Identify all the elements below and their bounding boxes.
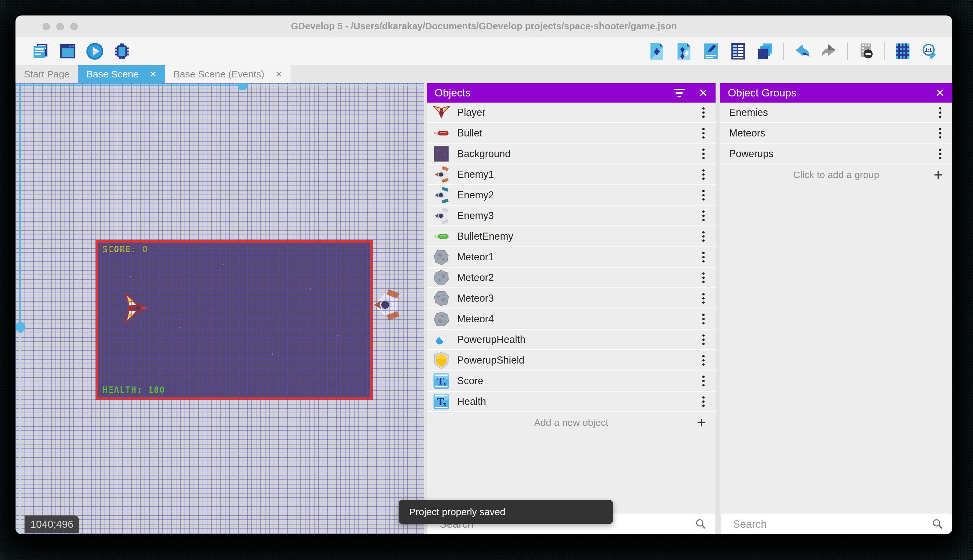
powerup-shield-icon (433, 352, 450, 369)
object-name: Enemy3 (457, 210, 494, 222)
text-object-icon: T x (433, 372, 450, 390)
search-icon[interactable] (932, 518, 943, 530)
object-row[interactable]: PowerupHealth (427, 330, 716, 350)
object-name: BulletEnemy (457, 231, 513, 242)
object-name: Meteor4 (457, 313, 494, 325)
score-hud-text: SCORE: 0 (103, 245, 148, 254)
save-toast: Project properly saved (399, 500, 613, 524)
group-row[interactable]: Enemies (720, 103, 952, 123)
tab-label: Base Scene (Events) (173, 69, 264, 80)
group-name: Meteors (729, 127, 765, 139)
row-menu-icon[interactable] (701, 374, 706, 387)
row-menu-icon[interactable] (701, 312, 706, 325)
vertical-scrollbar-thumb[interactable] (15, 322, 25, 332)
tab-start-page[interactable]: Start Page (15, 65, 78, 83)
tab-close-icon[interactable]: ✕ (150, 69, 157, 79)
group-row[interactable]: Powerups (720, 144, 952, 165)
object-row[interactable]: Bullet (427, 123, 716, 144)
add-object-icon[interactable] (648, 42, 666, 61)
instances-list-icon[interactable] (729, 42, 748, 61)
layers-icon[interactable] (756, 42, 775, 61)
enemy-ship-instance[interactable] (370, 289, 402, 321)
player-ship-instance[interactable] (121, 290, 153, 326)
row-menu-icon[interactable] (701, 209, 706, 222)
filter-icon[interactable] (674, 89, 685, 97)
object-row[interactable]: Player (427, 103, 716, 123)
redo-icon[interactable] (820, 42, 838, 61)
scene-window-icon[interactable] (58, 42, 77, 61)
svg-text:1:1: 1:1 (925, 47, 932, 53)
row-menu-icon[interactable] (938, 127, 943, 140)
play-preview-icon[interactable] (85, 42, 104, 61)
project-manager-icon[interactable] (31, 42, 50, 61)
row-menu-icon[interactable] (701, 250, 706, 263)
object-row[interactable]: Meteor3 (427, 288, 716, 309)
horizontal-scrollbar[interactable] (15, 85, 237, 86)
row-menu-icon[interactable] (938, 106, 943, 119)
object-row[interactable]: PowerupShield (427, 350, 716, 371)
object-name: PowerupShield (457, 355, 525, 366)
render-disabled-icon[interactable] (856, 42, 875, 61)
object-row[interactable]: BulletEnemy (427, 227, 716, 247)
toolbar-separator (783, 43, 784, 60)
horizontal-scrollbar-thumb[interactable] (237, 83, 248, 90)
object-row[interactable]: Meteor2 (427, 268, 716, 288)
row-menu-icon[interactable] (938, 147, 943, 160)
row-menu-icon[interactable] (701, 271, 706, 284)
row-menu-icon[interactable] (701, 353, 706, 367)
editor-content: SCORE: 0 HEALTH: 100 (15, 83, 952, 534)
groups-search-bar (721, 513, 952, 534)
objects-panel: Objects ✕ Player Bullet Background Enemy… (427, 83, 716, 534)
row-menu-icon[interactable] (701, 127, 706, 140)
row-menu-icon[interactable] (701, 292, 706, 305)
add-object-button[interactable]: Add a new object+ (427, 412, 716, 433)
objects-panel-title: Objects (435, 87, 471, 99)
enemy-orange-icon (433, 166, 450, 183)
row-menu-icon[interactable] (701, 230, 706, 243)
tab-close-icon[interactable]: ✕ (275, 69, 282, 79)
close-objects-panel-icon[interactable]: ✕ (699, 87, 708, 98)
properties-icon[interactable] (702, 42, 720, 61)
object-groups-panel: Object Groups ✕ EnemiesMeteorsPowerupsCl… (720, 83, 952, 534)
object-row[interactable]: Background (427, 144, 716, 165)
object-row[interactable]: Enemy1 (427, 165, 716, 185)
scene-canvas[interactable]: SCORE: 0 HEALTH: 100 (15, 83, 424, 534)
object-groups-icon[interactable] (675, 42, 693, 61)
vertical-scrollbar[interactable] (19, 85, 21, 322)
tab-bar: Start PageBase Scene✕Base Scene (Events)… (15, 65, 952, 83)
row-menu-icon[interactable] (701, 147, 706, 160)
group-row[interactable]: Meteors (720, 123, 952, 144)
groups-search-input[interactable] (732, 513, 895, 534)
undo-icon[interactable] (793, 42, 811, 61)
search-icon[interactable] (695, 518, 706, 530)
objects-panel-header: Objects ✕ (427, 83, 716, 103)
add-group-button[interactable]: Click to add a group+ (720, 165, 952, 185)
grid-icon[interactable] (893, 42, 912, 61)
row-menu-icon[interactable] (701, 106, 706, 119)
tab-base-scene[interactable]: Base Scene✕ (78, 65, 165, 83)
object-row[interactable]: Enemy2 (427, 185, 716, 206)
object-name: Meteor2 (457, 272, 494, 283)
toolbar-separator (847, 43, 848, 60)
debug-icon[interactable] (113, 42, 131, 61)
vertical-scrollbar-track[interactable] (19, 333, 21, 534)
object-row[interactable]: T xScore (427, 371, 716, 392)
bullet-green-icon (433, 228, 450, 245)
close-object-groups-panel-icon[interactable]: ✕ (936, 87, 945, 98)
row-menu-icon[interactable] (701, 168, 706, 181)
horizontal-scrollbar-track[interactable] (248, 85, 424, 86)
object-row[interactable]: Enemy3 (427, 206, 716, 227)
meteor-4-icon (433, 310, 450, 328)
tab-base-scene-events[interactable]: Base Scene (Events)✕ (165, 65, 291, 83)
meteor-1-icon (433, 248, 450, 266)
row-menu-icon[interactable] (701, 395, 706, 408)
zoom-original-icon[interactable]: 1:1 (920, 42, 939, 61)
row-menu-icon[interactable] (701, 333, 706, 346)
object-row[interactable]: T xHealth (427, 392, 716, 412)
group-name: Enemies (729, 107, 768, 118)
row-menu-icon[interactable] (701, 188, 706, 202)
cursor-coordinates-badge: 1040;496 (25, 515, 79, 533)
object-row[interactable]: Meteor1 (427, 247, 716, 268)
window-title: GDevelop 5 - /Users/dkarakay/Documents/G… (15, 15, 952, 37)
object-row[interactable]: Meteor4 (427, 309, 716, 330)
